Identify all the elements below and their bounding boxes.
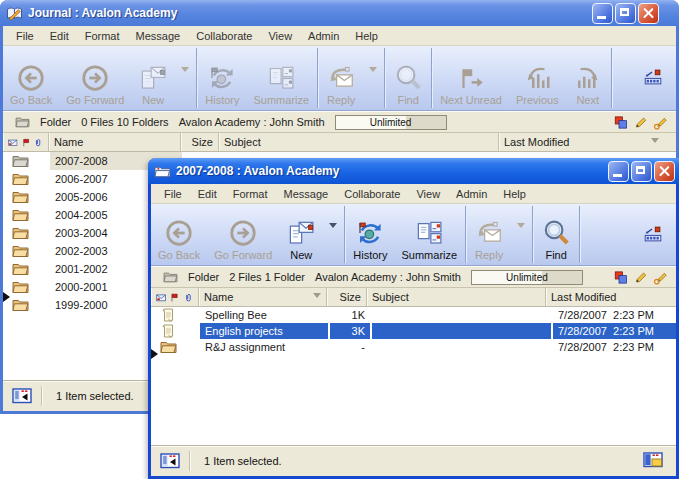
menu-edit[interactable]: Edit	[42, 28, 77, 44]
next-unread-button[interactable]: Next Unread	[433, 46, 509, 110]
menu-admin[interactable]: Admin	[448, 186, 495, 202]
menu-format[interactable]: Format	[77, 28, 128, 44]
summarize-button[interactable]: Summarize	[395, 204, 465, 265]
toolbar-separator	[384, 48, 385, 108]
history-button[interactable]: History	[346, 204, 394, 265]
selection-status: 1 Item selected.	[204, 455, 282, 467]
paperclip-icon	[33, 136, 43, 149]
reply-button[interactable]: Reply	[319, 46, 363, 110]
new-button[interactable]: New	[279, 204, 323, 265]
header-icon-columns[interactable]	[3, 133, 48, 151]
new-dropdown-button[interactable]	[323, 204, 343, 265]
menu-message[interactable]: Message	[128, 28, 189, 44]
go-forward-button[interactable]: Go Forward	[59, 46, 131, 110]
chevron-down-icon	[181, 67, 189, 76]
reply-dropdown-button[interactable]	[511, 204, 531, 265]
account-label: Avalon Academy : John Smith	[315, 271, 461, 283]
next-unread-icon	[456, 62, 486, 94]
minimize-button[interactable]	[592, 3, 613, 24]
account-label: Avalon Academy : John Smith	[179, 116, 325, 128]
journal-menubar: File Edit Format Message Collaborate Vie…	[3, 26, 676, 46]
go-forward-button[interactable]: Go Forward	[207, 204, 279, 265]
new-dropdown-button[interactable]	[175, 46, 195, 110]
column-name[interactable]: Name	[198, 288, 326, 306]
close-button[interactable]	[654, 161, 675, 182]
reply-button[interactable]: Reply	[467, 204, 511, 265]
menu-help[interactable]: Help	[495, 186, 534, 202]
go-back-icon	[164, 217, 194, 249]
menu-edit[interactable]: Edit	[190, 186, 225, 202]
summarize-button[interactable]: Summarize	[247, 46, 317, 110]
history-button[interactable]: History	[198, 46, 246, 110]
school-year-column-header: Name Size Subject Last Modified	[151, 288, 676, 307]
document-icon	[151, 324, 198, 338]
chevron-down-icon	[369, 67, 377, 76]
find-button[interactable]: Find	[534, 204, 578, 265]
column-last-modified[interactable]: Last Modified	[498, 133, 676, 151]
school-year-window: 2007-2008 : Avalon Academy File Edit For…	[148, 158, 679, 479]
folder-icon	[163, 271, 178, 283]
menu-file[interactable]: File	[8, 28, 42, 44]
menu-collaborate[interactable]: Collaborate	[336, 186, 408, 202]
close-button[interactable]	[638, 3, 659, 24]
status-divider	[41, 386, 42, 406]
reply-icon	[474, 217, 504, 249]
journal-titlebar[interactable]: Journal : Avalon Academy	[0, 0, 679, 26]
toolbar-separator	[465, 206, 466, 263]
reply-dropdown-button[interactable]	[363, 46, 383, 110]
status-divider	[189, 451, 190, 471]
previous-button[interactable]: Previous	[509, 46, 566, 110]
menu-admin[interactable]: Admin	[300, 28, 347, 44]
menu-collaborate[interactable]: Collaborate	[188, 28, 260, 44]
find-button[interactable]: Find	[386, 46, 430, 110]
panel-toggle-button[interactable]	[3, 387, 41, 405]
menu-view[interactable]: View	[408, 186, 448, 202]
journal-infobar: Folder 0 Files 10 Folders Avalon Academy…	[3, 111, 676, 133]
container-type: Folder	[40, 116, 71, 128]
folder-pane-button[interactable]	[643, 451, 664, 471]
pane-splitter-arrow-icon[interactable]	[151, 349, 158, 359]
panel-toggle-button[interactable]	[151, 452, 189, 470]
column-subject[interactable]: Subject	[366, 288, 545, 306]
maximize-button[interactable]	[631, 161, 652, 182]
menu-format[interactable]: Format	[225, 186, 276, 202]
column-size[interactable]: Size	[180, 133, 218, 151]
new-message-icon	[138, 62, 168, 94]
column-last-modified[interactable]: Last Modified	[545, 288, 676, 306]
school-year-window-title: 2007-2008 : Avalon Academy	[176, 164, 606, 178]
item-row[interactable]: R&J assignment - 7/28/2007 2:23 PM	[151, 339, 676, 355]
menu-help[interactable]: Help	[347, 28, 386, 44]
school-year-item-list: Spelling Bee 1K 7/28/2007 2:23 PM Englis…	[151, 307, 676, 445]
previous-icon	[522, 62, 552, 94]
next-button[interactable]: Next	[566, 46, 610, 110]
toolbar-config-button[interactable]	[642, 66, 664, 90]
go-forward-icon	[228, 217, 258, 249]
go-back-button[interactable]: Go Back	[3, 46, 59, 110]
desktop: { "desktop": { "background": "#ffffff" }…	[0, 0, 679, 479]
open-folder-icon	[3, 226, 48, 240]
item-row[interactable]: Spelling Bee 1K 7/28/2007 2:23 PM	[151, 307, 676, 323]
journal-window-title: Journal : Avalon Academy	[28, 6, 590, 20]
school-year-titlebar[interactable]: 2007-2008 : Avalon Academy	[148, 158, 679, 184]
go-back-button[interactable]: Go Back	[151, 204, 207, 265]
folder-icon	[151, 340, 198, 354]
open-folder-gray-icon	[3, 154, 48, 168]
column-subject[interactable]: Subject	[218, 133, 498, 151]
toolbar-config-icon	[642, 223, 664, 245]
maximize-button[interactable]	[615, 3, 636, 24]
pane-splitter-arrow-icon[interactable]	[3, 292, 10, 302]
minimize-button[interactable]	[608, 161, 629, 182]
column-size[interactable]: Size	[326, 288, 366, 306]
menu-view[interactable]: View	[260, 28, 300, 44]
column-name[interactable]: Name	[48, 133, 180, 151]
new-button[interactable]: New	[131, 46, 175, 110]
header-icon-columns[interactable]	[151, 288, 198, 306]
menu-file[interactable]: File	[156, 186, 190, 202]
new-message-icon	[286, 217, 316, 249]
item-row-selected[interactable]: English projects 3K 7/28/2007 2:23 PM	[151, 323, 676, 339]
toolbar-config-button[interactable]	[642, 223, 664, 247]
column-menu-arrow-icon[interactable]	[651, 138, 659, 147]
journal-toolbar: Go Back Go Forward New History Summarize…	[3, 46, 676, 111]
toolbar-separator	[611, 48, 612, 108]
menu-message[interactable]: Message	[276, 186, 337, 202]
